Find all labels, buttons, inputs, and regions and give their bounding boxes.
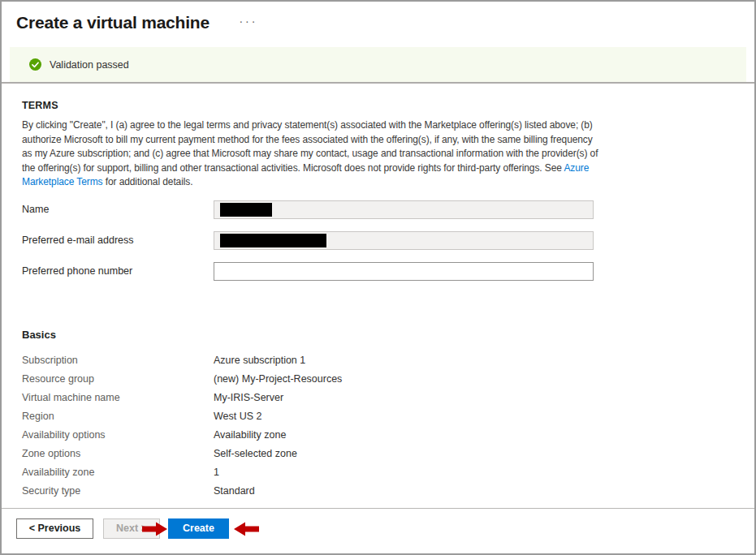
summary-value: West US 2	[214, 411, 262, 422]
footer-actions: < Previous Next > Create	[2, 509, 754, 539]
summary-label: Zone options	[22, 448, 214, 459]
summary-label: Virtual machine name	[22, 392, 214, 403]
header: Create a virtual machine ···	[2, 2, 754, 35]
name-input	[214, 200, 594, 219]
header-divider	[2, 82, 754, 84]
summary-value: Azure subscription 1	[214, 355, 305, 366]
terms-paragraph: By clicking "Create", I (a) agree to the…	[22, 118, 600, 190]
terms-text-before-link: By clicking "Create", I (a) agree to the…	[22, 119, 598, 174]
redaction-box	[220, 234, 326, 247]
summary-label: Resource group	[22, 373, 214, 385]
phone-field-row: Preferred phone number	[22, 262, 734, 281]
summary-row-resource-group: Resource group (new) My-Project-Resource…	[22, 370, 734, 389]
summary-label: Subscription	[22, 355, 214, 366]
create-button[interactable]: Create	[168, 518, 229, 539]
annotation-arrow-right-icon	[142, 522, 167, 536]
summary-row-zone-options: Zone options Self-selected zone	[22, 445, 734, 463]
validation-banner: Validation passed	[10, 47, 746, 82]
success-check-icon	[29, 58, 41, 71]
summary-row-region: Region West US 2	[22, 407, 734, 426]
summary-row-availability-zone: Availability zone 1	[22, 463, 734, 482]
redaction-box	[220, 203, 272, 217]
create-vm-window: Create a virtual machine ··· Validation …	[0, 0, 756, 555]
summary-row-subscription: Subscription Azure subscription 1	[22, 351, 734, 370]
terms-heading: TERMS	[22, 100, 734, 111]
summary-row-availability-options: Availability options Availability zone	[22, 426, 734, 445]
email-field-row: Preferred e-mail address	[22, 231, 734, 250]
more-options-icon[interactable]: ···	[239, 15, 257, 28]
validation-banner-text: Validation passed	[50, 59, 129, 71]
email-label: Preferred e-mail address	[22, 234, 214, 246]
phone-label: Preferred phone number	[22, 265, 214, 277]
summary-value: Availability zone	[214, 429, 286, 441]
summary-label: Region	[22, 411, 214, 422]
email-input	[214, 231, 594, 250]
phone-input[interactable]	[214, 262, 594, 281]
summary-row-vm-name: Virtual machine name My-IRIS-Server	[22, 389, 734, 407]
main-content: TERMS By clicking "Create", I (a) agree …	[2, 100, 754, 501]
previous-button[interactable]: < Previous	[16, 518, 93, 539]
summary-value: Standard	[214, 485, 255, 497]
summary-value: 1	[214, 467, 219, 478]
summary-value: My-IRIS-Server	[214, 392, 283, 403]
terms-text-after-link: for additional details.	[102, 176, 192, 187]
summary-value: (new) My-Project-Resources	[214, 373, 342, 385]
page-title: Create a virtual machine	[16, 11, 210, 35]
annotation-arrow-left-icon	[234, 522, 259, 536]
summary-value: Self-selected zone	[214, 448, 297, 459]
name-label: Name	[22, 204, 214, 215]
summary-row-security-type: Security type Standard	[22, 482, 734, 501]
name-field-row: Name	[22, 200, 734, 219]
summary-label: Security type	[22, 485, 214, 497]
basics-summary: Subscription Azure subscription 1 Resour…	[22, 351, 734, 501]
summary-label: Availability options	[22, 429, 214, 441]
basics-heading: Basics	[22, 329, 734, 341]
summary-label: Availability zone	[22, 467, 214, 478]
